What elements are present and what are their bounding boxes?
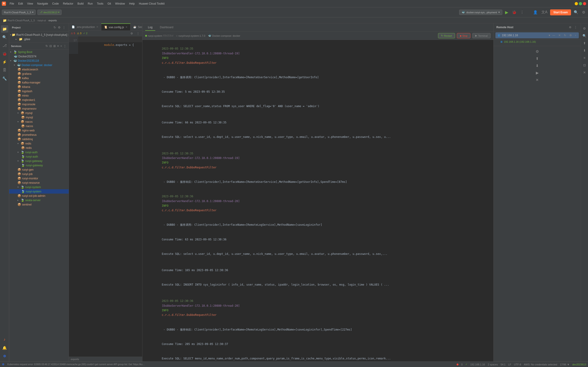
nacos-group[interactable]: ▾ 📦 nacos: [9, 119, 69, 124]
activity-plugins-icon[interactable]: 🔧: [1, 75, 8, 82]
services-group-icon[interactable]: ≡: [57, 44, 60, 48]
minio-item[interactable]: 📦 minio: [9, 93, 69, 98]
seata-server-group[interactable]: ▸ 🍃 seata-server: [9, 198, 69, 202]
service-chip-image[interactable]: ○ ruoyi/ruoyi-system:1.7.0: [176, 34, 205, 37]
more-options-button[interactable]: ⋮: [519, 9, 525, 15]
minimize-button[interactable]: [575, 2, 578, 5]
breadcrumb-item-project[interactable]: RuoYi-Cloud-PlusA_1_5: [8, 19, 35, 22]
menu-git[interactable]: Git: [106, 1, 113, 6]
rh-panel-upload-icon[interactable]: ⬆: [535, 56, 540, 61]
mqnamesrv-item[interactable]: 📦 mqnamesrv: [9, 106, 69, 111]
editor-content[interactable]: 17 module.exports = {: [69, 36, 142, 357]
docker2023518-group[interactable]: ▾ 🐳 Docker20235118: [9, 58, 69, 63]
services-refresh-icon[interactable]: ↻: [45, 44, 48, 48]
gutter-settings-icon[interactable]: ⚙: [130, 31, 134, 36]
ruoyi-gateway-child-item[interactable]: 🍃 ruoyi-gateway: [9, 163, 69, 167]
tab-env-production[interactable]: 📄 .env.production ✕: [69, 23, 101, 31]
log-content-area[interactable]: 2023-09-05 12:30:35 [DubboServerHandler-…: [142, 40, 493, 361]
menu-refactor[interactable]: Refactor: [61, 1, 75, 6]
services-more-icon[interactable]: ⋮: [63, 44, 67, 48]
menu-tools[interactable]: Tools: [95, 1, 105, 6]
menu-run[interactable]: Run: [86, 1, 95, 6]
activity-tiktok-icon[interactable]: ♪: [1, 336, 8, 343]
services-add-icon[interactable]: +: [60, 44, 62, 48]
activity-debug-icon[interactable]: 🐞: [1, 50, 8, 57]
rh-more-icon[interactable]: ⋮: [573, 25, 578, 29]
menu-window[interactable]: Window: [113, 1, 127, 6]
ruoyi-system-child-item[interactable]: 🍃 ruoyi-system: [9, 189, 69, 194]
activity-services-icon[interactable]: ⚡: [1, 58, 8, 66]
rts-icon-3[interactable]: ⬆: [581, 40, 588, 46]
server-row[interactable]: 🖥 192.168.1.16 ▾ — ✕ ↻ ⚙ ›: [495, 32, 579, 38]
mqconsole-item[interactable]: 📦 mqconsole: [9, 102, 69, 106]
debug-button[interactable]: 🐞: [511, 9, 518, 15]
service-chip-ruoyi-system[interactable]: ruoyi-system 65b153cd: [145, 34, 173, 37]
ruoyi-gateway-group[interactable]: ▾ 🍃 ruoyi-gateway: [9, 159, 69, 163]
ruoyi-system-group[interactable]: ▾ 🍃 ruoyi-system: [9, 185, 69, 189]
server-refresh-icon[interactable]: ↻: [563, 33, 567, 37]
breadcrumb-item-ui[interactable]: ruoyi-ui: [38, 19, 46, 22]
tab-secure-classloader[interactable]: ☕ SecureClassLoader.java ✕: [130, 23, 142, 31]
spring-boot-group[interactable]: ▾ 🍃 Spring Boot: [9, 50, 69, 54]
rts-icon-1[interactable]: ⚙: [581, 25, 588, 32]
server-minimize-icon[interactable]: —: [552, 33, 556, 37]
ruoyi-job-item[interactable]: 📦 ruoyi-job: [9, 172, 69, 176]
menu-code[interactable]: Code: [50, 1, 61, 6]
docker-compose-item[interactable]: ▾ 🐳 Docker-compose: docker: [9, 63, 69, 67]
activity-database-icon[interactable]: 🗄: [1, 67, 8, 74]
rh-settings-icon[interactable]: ⚙: [568, 25, 572, 29]
activity-notifications-icon[interactable]: 🔔: [1, 344, 8, 351]
run-button[interactable]: ▶: [504, 9, 509, 15]
rts-icon-6[interactable]: ⊡: [581, 62, 588, 68]
ruoyi-auth-child-item[interactable]: 🍃 ruoyi-auth: [9, 154, 69, 159]
rts-icon-4[interactable]: ⬇: [581, 47, 588, 54]
ruoyi-monitor-item[interactable]: 📦 ruoyi-monitor: [9, 176, 69, 181]
sentinel-item[interactable]: 📦 sentinel: [9, 202, 69, 207]
settings-button[interactable]: ⚙: [581, 9, 586, 15]
vue-config-tab-close-icon[interactable]: ✕: [125, 26, 128, 29]
mqbroker1-item[interactable]: 📦 mqbroker1: [9, 98, 69, 102]
menu-huawei[interactable]: Huawei Cloud Toolkit: [137, 1, 166, 6]
mysql-child-item[interactable]: 📦 mysql: [9, 115, 69, 119]
start-exam-button[interactable]: Start Exam: [550, 9, 571, 15]
grafana-item[interactable]: 📦 grafana: [9, 72, 69, 76]
project-panel-sync-icon[interactable]: ↻: [53, 25, 57, 30]
breadcrumb-item-exports[interactable]: exports: [48, 19, 57, 22]
menu-file[interactable]: File: [8, 1, 16, 6]
project-gitee-item[interactable]: ▸ 📁 .gitee: [9, 37, 69, 41]
menu-view[interactable]: View: [25, 1, 35, 6]
rh-panel-settings-icon[interactable]: ⚙: [535, 49, 540, 54]
redis-group[interactable]: ▾ 📦 redis: [9, 141, 69, 146]
rh-panel-download-icon[interactable]: ⬇: [535, 63, 540, 68]
kafka-manager-item[interactable]: 📦 kafka-manager: [9, 80, 69, 85]
activity-git-icon[interactable]: ⎇: [1, 42, 8, 49]
project-selector[interactable]: RuoYi-Cloud-PlusA_1_5 ▾: [2, 10, 36, 15]
nginx-web-item[interactable]: 📦 nginx-web: [9, 128, 69, 133]
stop-button[interactable]: ■ Stop: [457, 33, 470, 38]
docker202374-item[interactable]: 🐳 Docker202374: [9, 54, 69, 58]
run-config-selector[interactable]: 🐳 docker.ruoyi-sys...ployment ▾: [459, 10, 502, 15]
ruoyi-auth-group[interactable]: ▾ 🍃 ruoyi-auth: [9, 150, 69, 154]
terminal-button[interactable]: ▶ Terminal: [472, 33, 491, 38]
project-panel-settings-icon[interactable]: ⚙: [57, 25, 61, 30]
ruoyi-resource-item[interactable]: 📦 ruoyi-resource: [9, 181, 69, 185]
services-collapse-icon[interactable]: ⊟: [49, 44, 52, 48]
project-root-item[interactable]: ▾ 📁 RuoYi-Cloud-PlusA-1_5 [ruoyi-cloud-p…: [9, 33, 69, 37]
ruoyi-xxl-item[interactable]: 📦 ruoyi-xxl-job-admin: [9, 194, 69, 198]
server-close-icon[interactable]: ✕: [557, 33, 562, 37]
menu-help[interactable]: Help: [127, 1, 137, 6]
rts-icon-2[interactable]: 🔍: [581, 33, 588, 39]
prometheus-item[interactable]: 📦 prometheus: [9, 133, 69, 137]
log-tab-dashboard[interactable]: Dashboard: [157, 24, 176, 31]
translate-icon[interactable]: 文A: [540, 9, 548, 16]
server-sub-item[interactable]: 🖥 192.168.1.16 (192.168.1.16): [493, 40, 581, 44]
ruoyi-gen-item[interactable]: 📦 ruoyi-gen: [9, 167, 69, 172]
menu-build[interactable]: Build: [76, 1, 86, 6]
menu-edit[interactable]: Edit: [16, 1, 25, 6]
activity-k8s-icon[interactable]: ☸: [1, 352, 8, 360]
user-icon[interactable]: 👤: [532, 9, 539, 15]
menu-navigate[interactable]: Navigate: [35, 1, 50, 6]
close-button[interactable]: [583, 2, 586, 5]
branch-selector[interactable]: ⎇ dev2023613 ▾: [37, 10, 62, 15]
rabbitmq-item[interactable]: 📦 rabbitmq: [9, 137, 69, 141]
